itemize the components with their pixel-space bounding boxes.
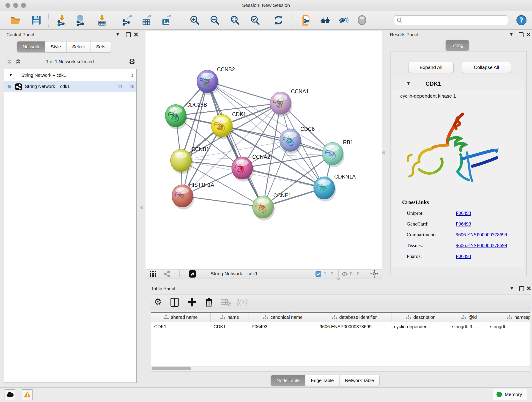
import-network-file-icon[interactable] (56, 15, 67, 26)
zoom-selected-icon[interactable] (249, 15, 260, 26)
crosslink-link[interactable]: 9606.ENSP00000378699 (456, 242, 507, 249)
selected-checkbox-icon[interactable] (316, 271, 321, 277)
edge-CCNB2-HIST1H1A[interactable] (182, 81, 207, 196)
table-cell[interactable]: stringdb:9... (449, 322, 487, 331)
table-panel-collapse-icon[interactable]: ▼ (510, 286, 513, 290)
zoom-in-icon[interactable] (189, 15, 200, 26)
edge-HIST1H1A-CCNE1[interactable] (182, 196, 263, 207)
export-network-icon[interactable] (122, 15, 133, 26)
table-cell[interactable]: CDK1 (210, 322, 248, 331)
tab-network-table[interactable]: Network Table (340, 375, 380, 386)
cloud-status-button[interactable] (5, 389, 15, 400)
tab-select[interactable]: Select (67, 41, 91, 52)
tab-network[interactable]: Network (17, 41, 45, 52)
zoom-out-icon[interactable] (209, 15, 220, 26)
export-image-icon[interactable] (161, 15, 172, 26)
zoom-fit-icon[interactable] (229, 15, 240, 26)
grid-view-icon[interactable] (150, 271, 157, 277)
expand-all-button[interactable]: Expand All (408, 62, 454, 73)
bottom-splitter-handle[interactable] (337, 278, 340, 280)
table-cell[interactable]: 9606.ENSP00000378699 (317, 322, 391, 331)
crosslink-link[interactable]: P06493 (456, 253, 471, 259)
node-CCNB2[interactable] (197, 70, 219, 95)
crosslink-label: Uniprot: (407, 210, 424, 216)
memory-button[interactable]: Memory (493, 389, 527, 400)
search-input[interactable] (404, 16, 506, 24)
gene-header-row[interactable]: ▼ CDK1 (392, 78, 524, 90)
tab-sets[interactable]: Sets (90, 41, 111, 52)
node-CCNA2[interactable] (232, 157, 254, 182)
tab-edge-table[interactable]: Edge Table (305, 375, 340, 386)
table-horizontal-scrollbar[interactable] (151, 366, 530, 371)
table-panel-float-icon[interactable] (519, 286, 524, 291)
hide-panel-eye-icon[interactable] (338, 15, 349, 26)
results-panel-float-icon[interactable] (519, 32, 524, 37)
collapse-all-button[interactable]: Collapse All (462, 62, 511, 73)
node-CDK1[interactable] (211, 114, 234, 139)
save-session-icon[interactable] (31, 15, 42, 26)
right-splitter-handle[interactable] (382, 151, 385, 154)
crosslink-link[interactable]: P06493 (456, 221, 471, 227)
import-table-icon[interactable] (96, 15, 108, 26)
edge-CDK1-RB1[interactable] (222, 126, 333, 153)
column-header--id[interactable]: @id (450, 313, 488, 322)
control-panel-float-icon[interactable] (126, 32, 131, 37)
houses-icon[interactable] (320, 15, 331, 26)
open-session-icon[interactable] (10, 15, 21, 26)
node-CDKN1A[interactable] (314, 177, 336, 201)
tab-style[interactable]: Style (45, 41, 66, 52)
network-row[interactable]: String Network – cdk1 11 48 (4, 81, 136, 92)
help-icon[interactable]: ? (516, 15, 527, 26)
column-header-database-identifier[interactable]: database identifier (317, 313, 392, 322)
table-row[interactable]: CDK1CDK1P064939606.ENSP00000378699cyclin… (151, 322, 530, 331)
control-panel-collapse-icon[interactable]: ▼ (116, 32, 119, 36)
fit-content-crosshair-icon[interactable] (370, 270, 378, 278)
gene-collapse-icon[interactable]: ▼ (407, 81, 410, 85)
node-RB1[interactable] (322, 142, 344, 167)
column-header-name[interactable]: name (210, 313, 249, 322)
export-table-icon[interactable] (141, 15, 152, 26)
table-cell[interactable]: P06493 (248, 322, 317, 331)
tab-node-table[interactable]: Node Table (271, 375, 305, 386)
table-cell[interactable]: CDK1 (151, 322, 210, 331)
edge-CCNB2-CCNE1[interactable] (207, 81, 263, 207)
search-box[interactable] (394, 15, 508, 25)
network-collection-row[interactable]: ▼ String Network – cdk1 1 (4, 70, 136, 81)
control-panel-title: Control Panel (6, 32, 34, 37)
show-columns-icon[interactable] (171, 298, 179, 307)
copy-network-icon[interactable] (300, 15, 311, 26)
column-header-canonical-name[interactable]: canonical name (249, 313, 317, 322)
crosslink-link[interactable]: P06493 (456, 210, 471, 216)
warning-status-button[interactable] (22, 389, 32, 400)
column-type-icon (220, 315, 225, 319)
network-options-gear-icon[interactable]: ⚙ (129, 57, 135, 66)
import-network-database-icon[interactable] (75, 15, 86, 26)
hidden-eye-icon[interactable] (341, 271, 348, 277)
node-CCNE1[interactable] (253, 196, 275, 220)
birds-eye-view-icon[interactable] (189, 270, 196, 278)
create-column-icon[interactable] (187, 298, 196, 307)
column-header-namespace[interactable]: namespace (488, 313, 530, 322)
gene-card: ▼ CDK1 cyclin-dependent kinase 1 (392, 78, 524, 266)
scrollbar-thumb[interactable] (152, 367, 191, 370)
refresh-icon[interactable] (273, 15, 284, 26)
table-options-gear-icon[interactable]: ⚙ (154, 297, 162, 307)
control-panel-close-icon[interactable] (134, 32, 138, 37)
delete-column-icon[interactable] (205, 297, 213, 307)
left-splitter-handle[interactable] (140, 206, 143, 209)
collection-expand-icon[interactable]: ▼ (9, 73, 12, 77)
column-header-description[interactable]: description (392, 313, 450, 322)
results-panel-close-icon[interactable] (526, 32, 531, 37)
table-cell[interactable]: cyclin-dependent ... (391, 322, 449, 331)
node-CDC25B[interactable] (165, 104, 187, 129)
network-canvas[interactable]: CCNB2CCNA1CDC25BCDK1CDC6RB1CCNB1CCNA2HIS… (146, 31, 382, 269)
network-graph[interactable]: CCNB2CCNA1CDC25BCDK1CDC6RB1CCNB1CCNA2HIS… (146, 31, 382, 269)
table-cell[interactable]: stringdb (487, 322, 530, 331)
share-view-icon[interactable] (163, 270, 171, 278)
table-panel-close-icon[interactable] (527, 286, 531, 291)
crosslink-link[interactable]: 9606.ENSP00000378699 (456, 232, 507, 238)
tab-string[interactable]: String (446, 40, 469, 51)
results-panel-collapse-icon[interactable]: ▼ (510, 32, 513, 36)
column-header-shared-name[interactable]: shared name (151, 313, 210, 322)
node-CCNA1[interactable] (270, 92, 292, 117)
